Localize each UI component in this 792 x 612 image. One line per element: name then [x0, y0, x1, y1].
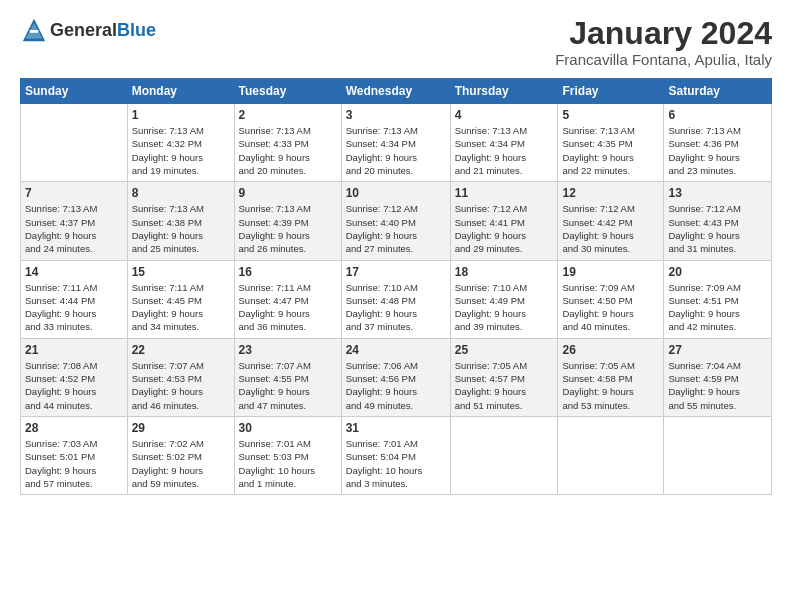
svg-rect-2 [30, 30, 38, 33]
day-info: Sunrise: 7:10 AM Sunset: 4:48 PM Dayligh… [346, 281, 446, 334]
day-number: 12 [562, 186, 659, 200]
day-number: 9 [239, 186, 337, 200]
calendar-cell: 13Sunrise: 7:12 AM Sunset: 4:43 PM Dayli… [664, 182, 772, 260]
calendar-cell: 26Sunrise: 7:05 AM Sunset: 4:58 PM Dayli… [558, 338, 664, 416]
day-number: 4 [455, 108, 554, 122]
day-info: Sunrise: 7:12 AM Sunset: 4:41 PM Dayligh… [455, 202, 554, 255]
calendar-cell [21, 104, 128, 182]
day-info: Sunrise: 7:13 AM Sunset: 4:34 PM Dayligh… [455, 124, 554, 177]
calendar-cell [450, 416, 558, 494]
calendar-cell: 27Sunrise: 7:04 AM Sunset: 4:59 PM Dayli… [664, 338, 772, 416]
calendar-cell: 30Sunrise: 7:01 AM Sunset: 5:03 PM Dayli… [234, 416, 341, 494]
calendar-cell: 16Sunrise: 7:11 AM Sunset: 4:47 PM Dayli… [234, 260, 341, 338]
calendar-cell [664, 416, 772, 494]
day-number: 8 [132, 186, 230, 200]
calendar-cell [558, 416, 664, 494]
day-number: 1 [132, 108, 230, 122]
calendar-cell: 17Sunrise: 7:10 AM Sunset: 4:48 PM Dayli… [341, 260, 450, 338]
day-info: Sunrise: 7:12 AM Sunset: 4:42 PM Dayligh… [562, 202, 659, 255]
day-info: Sunrise: 7:04 AM Sunset: 4:59 PM Dayligh… [668, 359, 767, 412]
day-number: 7 [25, 186, 123, 200]
logo: GeneralBlue [20, 16, 156, 44]
day-info: Sunrise: 7:13 AM Sunset: 4:35 PM Dayligh… [562, 124, 659, 177]
day-number: 15 [132, 265, 230, 279]
page: GeneralBlue January 2024 Francavilla Fon… [0, 0, 792, 505]
calendar-cell: 28Sunrise: 7:03 AM Sunset: 5:01 PM Dayli… [21, 416, 128, 494]
calendar-cell: 29Sunrise: 7:02 AM Sunset: 5:02 PM Dayli… [127, 416, 234, 494]
calendar-cell: 8Sunrise: 7:13 AM Sunset: 4:38 PM Daylig… [127, 182, 234, 260]
day-info: Sunrise: 7:01 AM Sunset: 5:04 PM Dayligh… [346, 437, 446, 490]
day-info: Sunrise: 7:05 AM Sunset: 4:58 PM Dayligh… [562, 359, 659, 412]
calendar-cell: 3Sunrise: 7:13 AM Sunset: 4:34 PM Daylig… [341, 104, 450, 182]
calendar-cell: 6Sunrise: 7:13 AM Sunset: 4:36 PM Daylig… [664, 104, 772, 182]
day-info: Sunrise: 7:05 AM Sunset: 4:57 PM Dayligh… [455, 359, 554, 412]
day-info: Sunrise: 7:10 AM Sunset: 4:49 PM Dayligh… [455, 281, 554, 334]
calendar-cell: 7Sunrise: 7:13 AM Sunset: 4:37 PM Daylig… [21, 182, 128, 260]
calendar-row: 28Sunrise: 7:03 AM Sunset: 5:01 PM Dayli… [21, 416, 772, 494]
day-number: 30 [239, 421, 337, 435]
calendar-cell: 5Sunrise: 7:13 AM Sunset: 4:35 PM Daylig… [558, 104, 664, 182]
col-header-saturday: Saturday [664, 79, 772, 104]
day-info: Sunrise: 7:08 AM Sunset: 4:52 PM Dayligh… [25, 359, 123, 412]
calendar-cell: 22Sunrise: 7:07 AM Sunset: 4:53 PM Dayli… [127, 338, 234, 416]
day-info: Sunrise: 7:13 AM Sunset: 4:38 PM Dayligh… [132, 202, 230, 255]
calendar-cell: 2Sunrise: 7:13 AM Sunset: 4:33 PM Daylig… [234, 104, 341, 182]
calendar-cell: 31Sunrise: 7:01 AM Sunset: 5:04 PM Dayli… [341, 416, 450, 494]
calendar-cell: 25Sunrise: 7:05 AM Sunset: 4:57 PM Dayli… [450, 338, 558, 416]
calendar-cell: 12Sunrise: 7:12 AM Sunset: 4:42 PM Dayli… [558, 182, 664, 260]
day-info: Sunrise: 7:12 AM Sunset: 4:43 PM Dayligh… [668, 202, 767, 255]
day-info: Sunrise: 7:13 AM Sunset: 4:33 PM Dayligh… [239, 124, 337, 177]
day-info: Sunrise: 7:06 AM Sunset: 4:56 PM Dayligh… [346, 359, 446, 412]
day-info: Sunrise: 7:11 AM Sunset: 4:47 PM Dayligh… [239, 281, 337, 334]
day-info: Sunrise: 7:13 AM Sunset: 4:32 PM Dayligh… [132, 124, 230, 177]
day-number: 26 [562, 343, 659, 357]
calendar-row: 14Sunrise: 7:11 AM Sunset: 4:44 PM Dayli… [21, 260, 772, 338]
day-number: 14 [25, 265, 123, 279]
day-info: Sunrise: 7:13 AM Sunset: 4:39 PM Dayligh… [239, 202, 337, 255]
day-number: 13 [668, 186, 767, 200]
day-info: Sunrise: 7:13 AM Sunset: 4:36 PM Dayligh… [668, 124, 767, 177]
calendar-cell: 14Sunrise: 7:11 AM Sunset: 4:44 PM Dayli… [21, 260, 128, 338]
day-number: 20 [668, 265, 767, 279]
header-row: SundayMondayTuesdayWednesdayThursdayFrid… [21, 79, 772, 104]
col-header-friday: Friday [558, 79, 664, 104]
calendar-row: 1Sunrise: 7:13 AM Sunset: 4:32 PM Daylig… [21, 104, 772, 182]
day-info: Sunrise: 7:07 AM Sunset: 4:55 PM Dayligh… [239, 359, 337, 412]
day-info: Sunrise: 7:01 AM Sunset: 5:03 PM Dayligh… [239, 437, 337, 490]
logo-general: General [50, 20, 117, 40]
col-header-thursday: Thursday [450, 79, 558, 104]
day-info: Sunrise: 7:09 AM Sunset: 4:50 PM Dayligh… [562, 281, 659, 334]
logo-icon [20, 16, 48, 44]
calendar-row: 21Sunrise: 7:08 AM Sunset: 4:52 PM Dayli… [21, 338, 772, 416]
header: GeneralBlue January 2024 Francavilla Fon… [20, 16, 772, 68]
calendar-cell: 10Sunrise: 7:12 AM Sunset: 4:40 PM Dayli… [341, 182, 450, 260]
day-info: Sunrise: 7:02 AM Sunset: 5:02 PM Dayligh… [132, 437, 230, 490]
logo-blue: Blue [117, 20, 156, 40]
day-number: 5 [562, 108, 659, 122]
calendar-row: 7Sunrise: 7:13 AM Sunset: 4:37 PM Daylig… [21, 182, 772, 260]
calendar-cell: 21Sunrise: 7:08 AM Sunset: 4:52 PM Dayli… [21, 338, 128, 416]
day-number: 24 [346, 343, 446, 357]
calendar-cell: 24Sunrise: 7:06 AM Sunset: 4:56 PM Dayli… [341, 338, 450, 416]
calendar-cell: 19Sunrise: 7:09 AM Sunset: 4:50 PM Dayli… [558, 260, 664, 338]
col-header-tuesday: Tuesday [234, 79, 341, 104]
day-info: Sunrise: 7:13 AM Sunset: 4:34 PM Dayligh… [346, 124, 446, 177]
day-number: 22 [132, 343, 230, 357]
logo-text: GeneralBlue [50, 20, 156, 41]
day-info: Sunrise: 7:13 AM Sunset: 4:37 PM Dayligh… [25, 202, 123, 255]
day-number: 28 [25, 421, 123, 435]
day-info: Sunrise: 7:12 AM Sunset: 4:40 PM Dayligh… [346, 202, 446, 255]
day-number: 6 [668, 108, 767, 122]
calendar-cell: 20Sunrise: 7:09 AM Sunset: 4:51 PM Dayli… [664, 260, 772, 338]
calendar-cell: 23Sunrise: 7:07 AM Sunset: 4:55 PM Dayli… [234, 338, 341, 416]
day-info: Sunrise: 7:07 AM Sunset: 4:53 PM Dayligh… [132, 359, 230, 412]
calendar-cell: 15Sunrise: 7:11 AM Sunset: 4:45 PM Dayli… [127, 260, 234, 338]
day-number: 31 [346, 421, 446, 435]
day-number: 17 [346, 265, 446, 279]
day-number: 23 [239, 343, 337, 357]
calendar-cell: 11Sunrise: 7:12 AM Sunset: 4:41 PM Dayli… [450, 182, 558, 260]
day-number: 27 [668, 343, 767, 357]
col-header-monday: Monday [127, 79, 234, 104]
day-number: 3 [346, 108, 446, 122]
day-info: Sunrise: 7:09 AM Sunset: 4:51 PM Dayligh… [668, 281, 767, 334]
